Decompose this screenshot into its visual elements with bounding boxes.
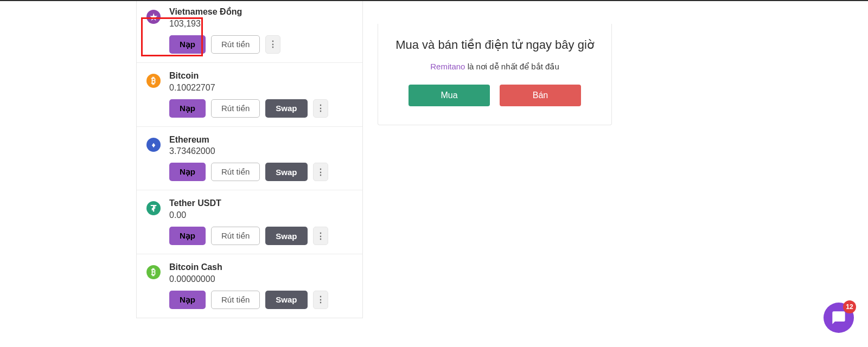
withdraw-button[interactable]: Rút tiền <box>211 227 260 245</box>
deposit-button[interactable]: Nạp <box>169 99 206 118</box>
wallet-balance: 3.73462000 <box>169 146 353 156</box>
wallet-balance: 0.10022707 <box>169 83 353 93</box>
swap-button[interactable]: Swap <box>265 99 307 118</box>
more-vertical-icon: ⋮ <box>316 167 325 177</box>
wallet-body: Ethereum3.73462000NạpRút tiềnSwap⋮ <box>169 134 353 182</box>
more-vertical-icon: ⋮ <box>269 39 277 49</box>
wallet-body: Bitcoin0.10022707NạpRút tiềnSwap⋮ <box>169 70 353 118</box>
swap-button[interactable]: Swap <box>265 227 307 245</box>
wallet-item: ₮Tether USDT0.00NạpRút tiềnSwap⋮ <box>137 190 362 254</box>
wallet-body: Bitcoin Cash0.00000000NạpRút tiềnSwap⋮ <box>169 262 353 309</box>
more-button[interactable]: ⋮ <box>313 227 328 245</box>
swap-button[interactable]: Swap <box>265 163 307 181</box>
star-icon: ★ <box>146 10 161 24</box>
wallet-name: Tether USDT <box>169 198 353 209</box>
btc-icon: ₿ <box>146 74 161 88</box>
bch-icon: ₿ <box>146 265 161 279</box>
wallet-item: ₿Bitcoin Cash0.00000000NạpRút tiềnSwap⋮ <box>137 254 362 318</box>
brand-name: Remitano <box>430 62 465 71</box>
cta-title: Mua và bán tiền điện tử ngay bây giờ <box>389 38 601 52</box>
wallet-item: ♦Ethereum3.73462000NạpRút tiềnSwap⋮ <box>137 126 362 190</box>
more-vertical-icon: ⋮ <box>316 103 325 113</box>
withdraw-button[interactable]: Rút tiền <box>211 99 260 118</box>
buy-button[interactable]: Mua <box>409 85 490 106</box>
trade-cta-card: Mua và bán tiền điện tử ngay bây giờ Rem… <box>378 24 612 125</box>
chat-badge: 12 <box>843 300 856 313</box>
wallet-balance: 0.00000000 <box>169 274 353 284</box>
wallet-balance: 0.00 <box>169 210 353 220</box>
wallet-actions: NạpRút tiềnSwap⋮ <box>169 99 353 118</box>
wallet-actions: NạpRút tiền⋮ <box>169 35 353 54</box>
wallet-actions: NạpRút tiềnSwap⋮ <box>169 291 353 309</box>
withdraw-button[interactable]: Rút tiền <box>211 163 260 181</box>
wallet-item: ₿Bitcoin0.10022707NạpRút tiềnSwap⋮ <box>137 62 362 126</box>
wallet-name: Bitcoin <box>169 70 353 82</box>
deposit-button[interactable]: Nạp <box>169 35 206 54</box>
wallet-body: Tether USDT0.00NạpRút tiềnSwap⋮ <box>169 198 353 245</box>
more-button[interactable]: ⋮ <box>265 35 280 54</box>
wallet-actions: NạpRút tiềnSwap⋮ <box>169 227 353 245</box>
more-button[interactable]: ⋮ <box>313 163 328 181</box>
withdraw-button[interactable]: Rút tiền <box>211 35 260 54</box>
more-vertical-icon: ⋮ <box>316 231 325 241</box>
usdt-icon: ₮ <box>146 201 161 215</box>
sell-button[interactable]: Bán <box>500 85 581 106</box>
more-button[interactable]: ⋮ <box>313 99 328 118</box>
wallet-item: ★Vietnamese Đồng103,193NạpRút tiền⋮ <box>137 1 362 62</box>
more-button[interactable]: ⋮ <box>313 291 328 309</box>
cta-subtitle: Remitano là nơi dễ nhất để bắt đầu <box>389 62 601 72</box>
wallet-actions: NạpRút tiềnSwap⋮ <box>169 163 353 181</box>
more-vertical-icon: ⋮ <box>316 294 325 305</box>
deposit-button[interactable]: Nạp <box>169 291 206 309</box>
withdraw-button[interactable]: Rút tiền <box>211 291 260 309</box>
deposit-button[interactable]: Nạp <box>169 227 206 245</box>
swap-button[interactable]: Swap <box>265 291 307 309</box>
cta-subtitle-rest: là nơi dễ nhất để bắt đầu <box>465 62 559 71</box>
wallet-name: Ethereum <box>169 134 353 146</box>
wallet-list: ★Vietnamese Đồng103,193NạpRút tiền⋮₿Bitc… <box>136 1 363 318</box>
eth-icon: ♦ <box>146 138 161 152</box>
wallet-name: Bitcoin Cash <box>169 262 353 273</box>
wallet-balance: 103,193 <box>169 19 353 29</box>
page-layout: ★Vietnamese Đồng103,193NạpRút tiền⋮₿Bitc… <box>0 1 868 347</box>
cta-actions: Mua Bán <box>389 85 601 106</box>
deposit-button[interactable]: Nạp <box>169 163 206 181</box>
wallet-name: Vietnamese Đồng <box>169 7 353 18</box>
chat-icon <box>831 310 846 325</box>
wallet-body: Vietnamese Đồng103,193NạpRút tiền⋮ <box>169 7 353 54</box>
chat-fab[interactable]: 12 <box>824 303 854 333</box>
